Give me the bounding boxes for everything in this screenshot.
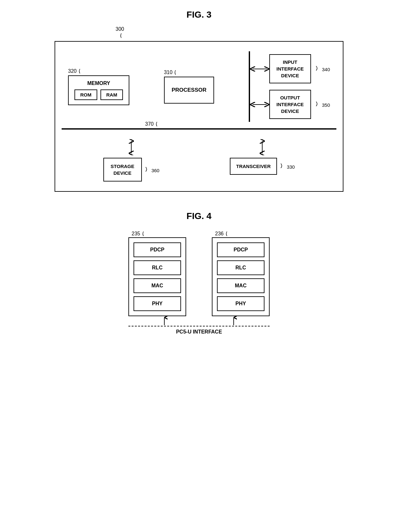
fig3-ref-340-num: 340 — [322, 67, 330, 72]
fig3-processor-block: PROCESSOR — [164, 77, 214, 104]
fig3-transceiver-box: TRANSCEIVER — [230, 158, 277, 175]
fig3-transceiver-arrow — [259, 139, 265, 155]
fig4-layer-rlc-1: RLC — [134, 260, 181, 275]
fig3-transceiver-label-row: TRANSCEIVER 330 — [230, 158, 295, 175]
fig3-ref-300-bracket — [118, 33, 125, 40]
fig3-ref-350: 350 — [314, 101, 330, 108]
fig3-bottom-section: STORAGEDEVICE 360 — [62, 133, 336, 182]
fig3-storage-box: STORAGEDEVICE — [103, 158, 142, 182]
fig4-ref-236-bracket — [224, 231, 230, 237]
fig3-ref-370: 370 — [145, 121, 154, 127]
fig3-title: FIG. 3 — [186, 10, 212, 20]
fig4-ref-236: 236 — [215, 231, 224, 237]
fig3-storage-arrow — [128, 139, 134, 155]
fig4-layer-pdcp-2: PDCP — [217, 242, 264, 257]
fig4-ref-235: 235 — [132, 231, 140, 237]
fig4-layer-rlc-2: RLC — [217, 260, 264, 275]
fig3-io-blocks: INPUTINTERFACEDEVICE 340 — [250, 54, 330, 119]
fig4-block-235: 235 PDCP RLC MAC PHY — [128, 231, 186, 316]
fig4-ref-235-bracket — [141, 231, 147, 237]
fig4-outer-box-235: PDCP RLC MAC PHY — [128, 237, 186, 316]
fig4-layer-mac-2: MAC — [217, 278, 264, 293]
fig3-top-section: 320 MEMORY ROM RAM 310 — [62, 48, 336, 125]
fig3-ref-330-row: 330 — [278, 163, 295, 170]
fig3-input-interface-box: INPUTINTERFACEDEVICE — [269, 54, 311, 83]
fig4-ref-236-row: 236 — [215, 231, 230, 237]
fig3-ref-370-row: 370 — [145, 121, 160, 127]
fig4-arrow-up-left — [161, 316, 168, 326]
fig3-ref-310-bracket — [173, 70, 179, 75]
fig4-dashed-line — [128, 326, 270, 326]
fig3-ref-320: 320 — [68, 68, 77, 74]
fig3-output-interface-box: OUTPUTINTERFACEDEVICE — [269, 90, 311, 119]
fig3-bus-area: 370 — [62, 128, 336, 130]
fig4-arrow-up-right — [230, 316, 237, 326]
fig3-ref-370-bracket — [154, 121, 160, 127]
fig4-interface-label: PC5-U INTERFACE — [176, 329, 222, 335]
fig4-title: FIG. 4 — [186, 211, 212, 221]
fig3-memory-label: MEMORY — [74, 80, 123, 86]
fig3-ref-310: 310 — [164, 70, 173, 75]
fig3-ref-350-bracket — [314, 101, 321, 107]
fig3-memory-wrapper: 320 MEMORY ROM RAM — [68, 68, 129, 105]
fig3-rom-box: ROM — [74, 89, 97, 100]
fig3-ref-360-row: 360 — [143, 166, 160, 173]
fig3-ref-300-row: 300 — [116, 26, 124, 32]
fig3-ref-340-bracket — [314, 65, 321, 71]
fig3-horizontal-bus — [62, 128, 336, 130]
fig4-layer-pdcp-1: PDCP — [134, 242, 181, 257]
fig3-section: FIG. 3 300 320 MEMORY — [19, 10, 379, 192]
fig4-ref-235-row: 235 — [132, 231, 147, 237]
fig3-ref-350-num: 350 — [322, 102, 330, 108]
fig3-bracket-svg — [118, 33, 125, 38]
fig3-input-item: INPUTINTERFACEDEVICE 340 — [250, 54, 330, 83]
fig3-input-arrow — [250, 66, 269, 72]
fig3-ref-330-num: 330 — [287, 164, 295, 170]
fig3-ref-330-bracket — [278, 163, 285, 169]
fig4-section: FIG. 4 235 PDCP RLC MAC PHY 236 — [19, 211, 379, 335]
fig3-transceiver-item: TRANSCEIVER 330 — [230, 139, 295, 175]
fig4-blocks: 235 PDCP RLC MAC PHY 236 PDCP — [128, 231, 270, 316]
fig4-layer-mac-1: MAC — [134, 278, 181, 293]
fig3-label-area: 300 — [55, 26, 343, 41]
fig3-processor-wrapper: 310 PROCESSOR — [164, 70, 214, 104]
fig3-ref-320-row: 320 — [68, 68, 83, 74]
fig3-ref-360-num: 360 — [151, 168, 160, 173]
fig4-block-236: 236 PDCP RLC MAC PHY — [212, 231, 270, 316]
fig4-interface-section: PC5-U INTERFACE — [128, 316, 270, 335]
fig3-right-section: INPUTINTERFACEDEVICE 340 — [249, 51, 330, 122]
fig3-memory-row: ROM RAM — [74, 89, 123, 100]
fig3-memory-block: MEMORY ROM RAM — [68, 75, 129, 105]
fig4-up-arrows — [161, 316, 237, 326]
fig3-ref-320-bracket — [77, 68, 83, 74]
fig3-storage-item: STORAGEDEVICE 360 — [103, 139, 160, 182]
fig3-ram-box: RAM — [100, 89, 123, 100]
fig3-vertical-bus — [249, 51, 250, 122]
fig3-ref-310-row: 310 — [164, 70, 179, 75]
fig3-storage-label-row: STORAGEDEVICE 360 — [103, 158, 160, 182]
fig3-ref-340: 340 — [314, 65, 330, 72]
fig3-ref-300: 300 — [116, 26, 124, 32]
fig3-ref-360-bracket — [143, 166, 150, 172]
fig4-layer-phy-2: PHY — [217, 296, 264, 311]
fig4-layer-phy-1: PHY — [134, 296, 181, 311]
fig3-output-arrow — [250, 101, 269, 108]
fig3-output-item: OUTPUTINTERFACEDEVICE 350 — [250, 90, 330, 119]
fig4-outer-box-236: PDCP RLC MAC PHY — [212, 237, 270, 316]
fig3-outer-box: 320 MEMORY ROM RAM 310 — [55, 41, 343, 192]
